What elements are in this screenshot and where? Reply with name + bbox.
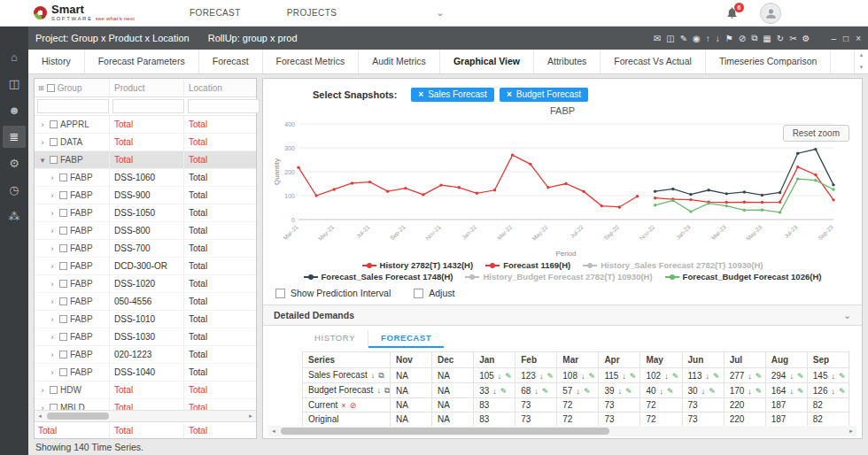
edit-icon[interactable]: ✎ xyxy=(713,372,720,381)
grid-icon[interactable]: ▦ xyxy=(763,34,771,43)
value-cell[interactable]: 39↓✎ xyxy=(599,383,640,398)
column-header[interactable]: Mar xyxy=(557,352,599,368)
show-prediction-interval-option[interactable]: Show Prediction Interval xyxy=(275,288,391,298)
value-cell[interactable]: 102↓✎ xyxy=(640,368,682,383)
tree-row[interactable]: ›FABPDSS-900Total xyxy=(35,187,256,204)
scroll-right-icon[interactable]: ► xyxy=(245,413,256,419)
value-cell[interactable]: 170↓✎ xyxy=(724,383,765,398)
restore-icon[interactable]: □ xyxy=(843,34,849,43)
collapse-chevron-icon[interactable]: ⌄ xyxy=(843,310,851,320)
tab-audit-metrics[interactable]: Audit Metrics xyxy=(359,50,440,73)
tab-timeseries-comparison[interactable]: Timeseries Comparison xyxy=(706,50,831,73)
row-checkbox[interactable] xyxy=(50,138,58,146)
row-checkbox[interactable] xyxy=(59,227,67,235)
prediction-interval-checkbox[interactable] xyxy=(275,289,285,298)
expand-icon[interactable]: › xyxy=(48,368,57,377)
edit-icon[interactable]: ✎ xyxy=(839,372,846,381)
row-checkbox[interactable] xyxy=(59,209,67,217)
arrow-down-icon[interactable]: ↓ xyxy=(576,387,580,396)
minimize-icon[interactable]: – xyxy=(832,34,837,43)
snapshot-chip[interactable]: ×Budget Forecast xyxy=(500,88,588,102)
column-header[interactable]: Aug xyxy=(765,352,807,368)
tree-row[interactable]: ›FABPDSS-1040Total xyxy=(35,364,256,382)
nav-home-icon[interactable]: ⌂ xyxy=(3,46,26,68)
refresh-icon[interactable]: ↻ xyxy=(777,34,784,43)
edit-icon[interactable]: ✎ xyxy=(756,387,763,396)
edit-icon[interactable]: ✎ xyxy=(839,387,846,396)
expand-icon[interactable]: › xyxy=(48,333,57,342)
value-cell[interactable]: 164↓✎ xyxy=(765,383,807,398)
forecast-chart[interactable]: 0100200300400Mar-21May-21Jul-21Sep-21Nov… xyxy=(272,117,842,258)
tree-row[interactable]: ›APPRLTotalTotal xyxy=(35,116,256,134)
tree-row[interactable]: ›FABPDSS-700Total xyxy=(35,240,256,258)
edit-icon[interactable]: ✎ xyxy=(630,372,637,381)
arrow-down-icon[interactable]: ↓ xyxy=(660,387,664,396)
value-cell[interactable]: 57↓✎ xyxy=(557,383,599,398)
notifications-button[interactable]: 6 xyxy=(725,6,739,21)
expand-icon[interactable]: › xyxy=(48,244,57,253)
row-checkbox[interactable] xyxy=(59,368,67,376)
expand-icon[interactable]: › xyxy=(48,315,57,324)
row-checkbox[interactable] xyxy=(59,333,67,341)
collapse-icon[interactable]: ▾ xyxy=(38,156,47,165)
row-checkbox[interactable] xyxy=(59,351,67,359)
expand-icon[interactable]: › xyxy=(48,191,57,200)
delete-icon[interactable]: ⊘ xyxy=(739,34,746,43)
row-checkbox[interactable] xyxy=(50,120,58,128)
edit-icon[interactable]: ✎ xyxy=(667,387,674,396)
product-column-header[interactable]: Product xyxy=(109,79,183,96)
adjust-checkbox[interactable] xyxy=(414,289,423,298)
tree-row[interactable]: ›FABPDSS-1020Total xyxy=(35,275,256,293)
product-filter-input[interactable] xyxy=(112,99,184,113)
row-checkbox[interactable] xyxy=(59,297,67,305)
cut-icon[interactable]: ✂ xyxy=(789,34,796,43)
value-cell[interactable]: 294↓✎ xyxy=(765,368,807,383)
row-checkbox[interactable] xyxy=(59,174,67,181)
column-header[interactable]: Jan xyxy=(474,352,515,368)
edit-icon[interactable]: ✎ xyxy=(542,387,549,396)
row-checkbox[interactable] xyxy=(59,280,67,288)
expand-icon[interactable]: › xyxy=(38,120,47,129)
column-header[interactable]: Apr xyxy=(599,352,640,368)
edit-icon[interactable]: ✎ xyxy=(505,372,512,381)
copy-icon[interactable]: ⧉ xyxy=(378,371,384,380)
tab-forecast[interactable]: Forecast xyxy=(199,50,263,73)
tab-scrollbar[interactable]: ▲ ▼ xyxy=(854,50,868,73)
nav-settings-icon[interactable]: ⚙ xyxy=(3,152,26,174)
tree-row[interactable]: ›FABPDSS-1060Total xyxy=(35,169,256,187)
arrow-down-icon[interactable]: ↓ xyxy=(701,387,706,396)
scroll-left-icon[interactable]: ◄ xyxy=(268,428,279,434)
remove-chip-icon[interactable]: × xyxy=(507,89,512,99)
value-cell[interactable]: 105↓✎ xyxy=(474,368,515,383)
group-filter-input[interactable] xyxy=(37,99,109,113)
tree-row[interactable]: ›FABPDCD-300-ORTotal xyxy=(35,258,256,275)
edit-icon[interactable]: ✎ xyxy=(500,387,508,396)
tree-row[interactable]: ▾FABPTotalTotal xyxy=(35,151,256,169)
column-header[interactable]: Jul xyxy=(724,352,765,368)
location-column-header[interactable]: Location xyxy=(183,79,256,96)
close-icon[interactable]: × xyxy=(856,34,861,43)
arrow-down-icon[interactable]: ↓ xyxy=(789,387,794,396)
value-cell[interactable]: 126↓✎ xyxy=(807,383,849,398)
value-cell[interactable]: 123↓✎ xyxy=(515,368,557,383)
column-header[interactable]: Series xyxy=(303,352,391,368)
expand-icon[interactable]: › xyxy=(38,138,47,147)
value-cell[interactable]: 33↓✎ xyxy=(474,383,515,398)
adjust-option[interactable]: Adjust xyxy=(414,288,454,298)
tab-graphical-view[interactable]: Graphical View xyxy=(440,50,534,73)
column-header[interactable]: Dec xyxy=(432,352,474,368)
chevron-down-icon[interactable]: ⌄ xyxy=(436,7,444,19)
edit-icon[interactable]: ✎ xyxy=(672,372,679,381)
expand-icon[interactable]: › xyxy=(38,386,47,395)
arrow-down-icon[interactable]: ↓ xyxy=(581,372,585,381)
copy-icon[interactable]: ⧉ xyxy=(384,386,390,395)
expand-icon[interactable]: › xyxy=(38,404,47,411)
arrow-down-icon[interactable]: ↓ xyxy=(831,387,835,396)
copy-icon[interactable]: ⧉ xyxy=(751,33,757,43)
expand-icon[interactable]: › xyxy=(48,227,57,235)
value-cell[interactable]: 145↓✎ xyxy=(807,368,849,383)
arrow-down-icon[interactable]: ↓ xyxy=(618,387,623,396)
tab-forecast-metrics[interactable]: Forecast Metrics xyxy=(263,50,360,73)
column-header[interactable]: May xyxy=(640,352,682,368)
arrow-down-icon[interactable]: ↓ xyxy=(789,372,794,381)
